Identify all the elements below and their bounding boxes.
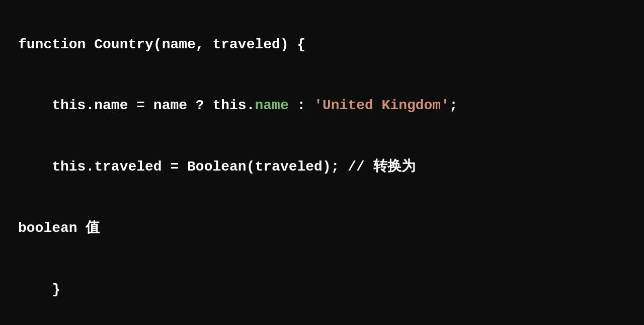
line-2: this.name = name ? this.name : 'United K…	[18, 98, 458, 113]
line-4: }	[18, 282, 60, 297]
code-block: function Country(name, traveled) { this.…	[0, 0, 644, 325]
line-3b: boolean 值	[18, 220, 100, 236]
line-3: this.traveled = Boolean(traveled); // 转换…	[18, 159, 416, 175]
line-1: function Country(name, traveled) {	[18, 37, 305, 52]
